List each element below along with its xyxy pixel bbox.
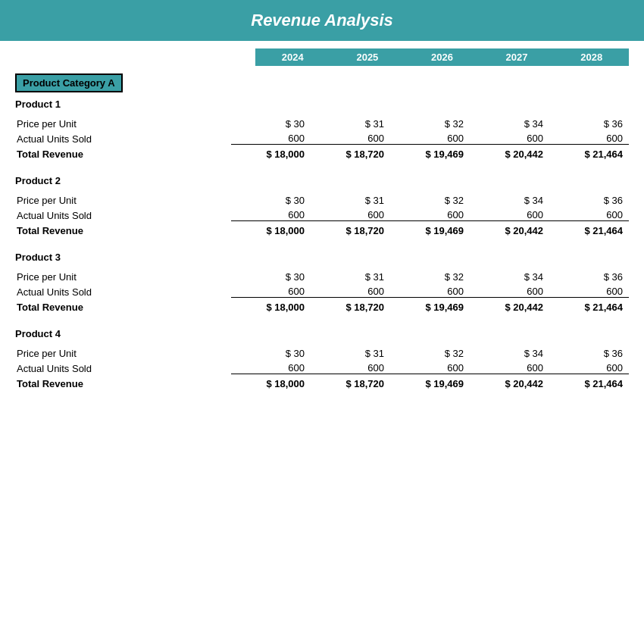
- total-revenue-label: Total Revenue: [15, 225, 231, 236]
- year-header-cell: 2025: [330, 52, 405, 63]
- units-cell: 600: [549, 133, 629, 145]
- price-cell: $ 31: [311, 195, 390, 206]
- revenue-cell: $ 18,720: [311, 225, 390, 236]
- revenue-cell: $ 20,442: [470, 225, 549, 236]
- units-sold-label: Actual Units Sold: [15, 210, 231, 221]
- units-cell: 600: [470, 286, 549, 298]
- price-row-1: Price per Unit$ 30$ 31$ 32$ 34$ 36: [15, 116, 629, 131]
- units-cell: 600: [311, 286, 390, 298]
- revenue-cell: $ 19,469: [390, 378, 470, 389]
- price-cell: $ 36: [549, 118, 629, 130]
- category-label: Product Category A: [15, 73, 123, 92]
- revenue-row-2: Total Revenue$ 18,000$ 18,720$ 19,469$ 2…: [15, 223, 629, 238]
- revenue-cell: $ 18,000: [231, 148, 311, 160]
- units-cell: 600: [390, 133, 470, 145]
- units-cell: 600: [470, 362, 549, 374]
- price-cell: $ 32: [390, 348, 470, 359]
- units-row-1: Actual Units Sold600600600600600: [15, 131, 629, 146]
- revenue-cell: $ 20,442: [470, 148, 549, 160]
- year-header-cell: 2027: [480, 52, 555, 63]
- revenue-row-1: Total Revenue$ 18,000$ 18,720$ 19,469$ 2…: [15, 146, 629, 161]
- units-sold-label: Actual Units Sold: [15, 363, 231, 374]
- price-cell: $ 34: [470, 195, 549, 206]
- revenue-cell: $ 18,720: [311, 148, 390, 160]
- product-section-4: Product 4Price per Unit$ 30$ 31$ 32$ 34$…: [15, 328, 629, 391]
- units-cell: 600: [311, 133, 390, 145]
- units-cell: 600: [231, 209, 311, 221]
- product-title-4: Product 4: [15, 328, 629, 339]
- price-cell: $ 30: [231, 348, 311, 359]
- price-cell: $ 34: [470, 271, 549, 283]
- price-cell: $ 31: [311, 348, 390, 359]
- product-section-1: Product 1Price per Unit$ 30$ 31$ 32$ 34$…: [15, 98, 629, 161]
- price-cell: $ 34: [470, 118, 549, 130]
- product-title-1: Product 1: [15, 98, 629, 110]
- price-cell: $ 30: [231, 118, 311, 130]
- price-per-unit-label: Price per Unit: [15, 195, 231, 206]
- price-cell: $ 34: [470, 348, 549, 359]
- units-cell: 600: [390, 209, 470, 221]
- total-revenue-label: Total Revenue: [15, 302, 231, 313]
- units-cell: 600: [311, 362, 390, 374]
- units-cell: 600: [470, 133, 549, 145]
- product-section-3: Product 3Price per Unit$ 30$ 31$ 32$ 34$…: [15, 252, 629, 314]
- year-header-cell: 2028: [554, 52, 629, 63]
- revenue-cell: $ 20,442: [470, 302, 549, 313]
- units-cell: 600: [549, 286, 629, 298]
- price-cell: $ 36: [549, 348, 629, 359]
- revenue-cell: $ 18,720: [311, 378, 390, 389]
- units-cell: 600: [470, 209, 549, 221]
- units-row-3: Actual Units Sold600600600600600: [15, 284, 629, 299]
- price-cell: $ 31: [311, 118, 390, 130]
- units-cell: 600: [390, 286, 470, 298]
- price-cell: $ 31: [311, 271, 390, 283]
- header: Revenue Analysis: [0, 0, 644, 41]
- units-cell: 600: [231, 133, 311, 145]
- year-header-cell: 2024: [255, 52, 330, 63]
- revenue-cell: $ 19,469: [390, 225, 470, 236]
- units-sold-label: Actual Units Sold: [15, 133, 231, 145]
- units-row-4: Actual Units Sold600600600600600: [15, 361, 629, 376]
- price-cell: $ 36: [549, 195, 629, 206]
- year-header: 20242025202620272028: [255, 48, 629, 66]
- price-row-2: Price per Unit$ 30$ 31$ 32$ 34$ 36: [15, 192, 629, 208]
- revenue-cell: $ 21,464: [549, 148, 629, 160]
- year-header-cell: 2026: [405, 52, 480, 63]
- revenue-cell: $ 18,000: [231, 378, 311, 389]
- units-cell: 600: [231, 286, 311, 298]
- units-cell: 600: [390, 362, 470, 374]
- price-per-unit-label: Price per Unit: [15, 118, 231, 130]
- revenue-cell: $ 19,469: [390, 148, 470, 160]
- revenue-cell: $ 21,464: [549, 225, 629, 236]
- revenue-row-4: Total Revenue$ 18,000$ 18,720$ 19,469$ 2…: [15, 376, 629, 391]
- units-cell: 600: [549, 362, 629, 374]
- product-title-2: Product 2: [15, 175, 629, 186]
- price-per-unit-label: Price per Unit: [15, 271, 231, 283]
- revenue-cell: $ 18,720: [311, 302, 390, 313]
- price-cell: $ 32: [390, 118, 470, 130]
- price-cell: $ 30: [231, 271, 311, 283]
- revenue-row-3: Total Revenue$ 18,000$ 18,720$ 19,469$ 2…: [15, 299, 629, 314]
- price-row-3: Price per Unit$ 30$ 31$ 32$ 34$ 36: [15, 269, 629, 284]
- price-cell: $ 32: [390, 271, 470, 283]
- revenue-cell: $ 20,442: [470, 378, 549, 389]
- price-cell: $ 32: [390, 195, 470, 206]
- price-cell: $ 36: [549, 271, 629, 283]
- price-row-4: Price per Unit$ 30$ 31$ 32$ 34$ 36: [15, 345, 629, 361]
- units-cell: 600: [549, 209, 629, 221]
- price-cell: $ 30: [231, 195, 311, 206]
- units-cell: 600: [311, 209, 390, 221]
- product-title-3: Product 3: [15, 252, 629, 263]
- units-cell: 600: [231, 362, 311, 374]
- units-row-2: Actual Units Sold600600600600600: [15, 208, 629, 223]
- revenue-cell: $ 21,464: [549, 302, 629, 313]
- units-sold-label: Actual Units Sold: [15, 286, 231, 298]
- revenue-cell: $ 19,469: [390, 302, 470, 313]
- revenue-cell: $ 18,000: [231, 225, 311, 236]
- page-title: Revenue Analysis: [8, 11, 636, 30]
- total-revenue-label: Total Revenue: [15, 378, 231, 389]
- revenue-cell: $ 21,464: [549, 378, 629, 389]
- product-section-2: Product 2Price per Unit$ 30$ 31$ 32$ 34$…: [15, 175, 629, 238]
- total-revenue-label: Total Revenue: [15, 148, 231, 160]
- price-per-unit-label: Price per Unit: [15, 348, 231, 359]
